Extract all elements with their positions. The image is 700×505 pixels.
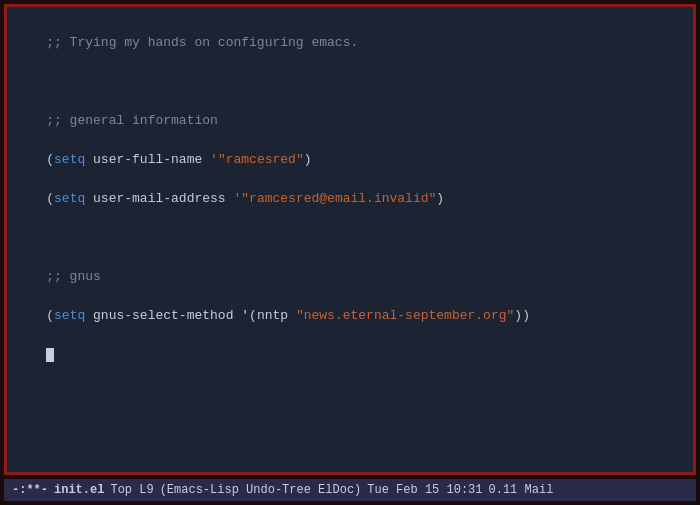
status-mode: -:**- bbox=[12, 483, 48, 497]
line-8: (setq gnus-select-method '(nntp "news.et… bbox=[46, 308, 530, 323]
status-datetime: Tue Feb 15 10:31 bbox=[367, 483, 482, 497]
status-filename: init.el bbox=[54, 483, 104, 497]
status-modes: (Emacs-Lisp Undo-Tree ElDoc) bbox=[160, 483, 362, 497]
status-mail: 0.11 Mail bbox=[489, 483, 554, 497]
text-cursor bbox=[46, 348, 54, 362]
line-3: ;; general information bbox=[46, 113, 218, 128]
line-4: (setq user-full-name '"ramcesred") bbox=[46, 152, 311, 167]
editor-area[interactable]: ;; Trying my hands on configuring emacs.… bbox=[4, 4, 696, 475]
code-content: ;; Trying my hands on configuring emacs.… bbox=[15, 13, 685, 384]
status-position: Top L9 bbox=[110, 483, 153, 497]
line-1: ;; Trying my hands on configuring emacs. bbox=[46, 35, 358, 50]
line-5: (setq user-mail-address '"ramcesred@emai… bbox=[46, 191, 444, 206]
status-bar: -:**- init.el Top L9 (Emacs-Lisp Undo-Tr… bbox=[4, 479, 696, 501]
line-7: ;; gnus bbox=[46, 269, 101, 284]
